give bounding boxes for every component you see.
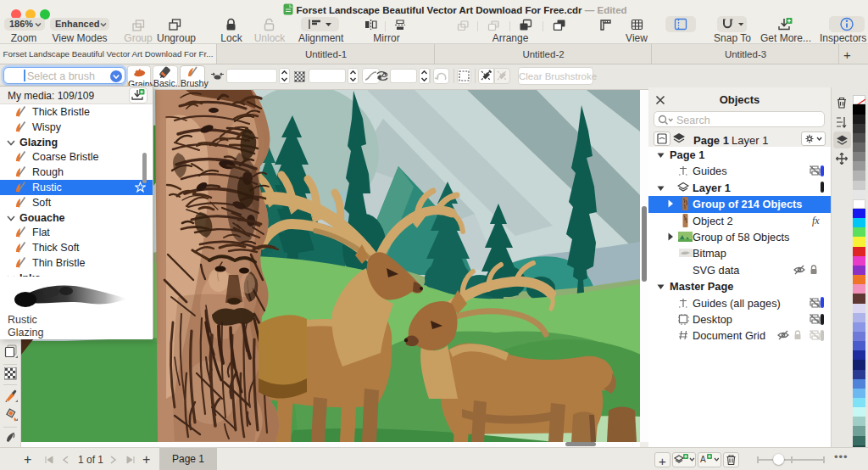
svg-text:A: A	[700, 455, 706, 464]
